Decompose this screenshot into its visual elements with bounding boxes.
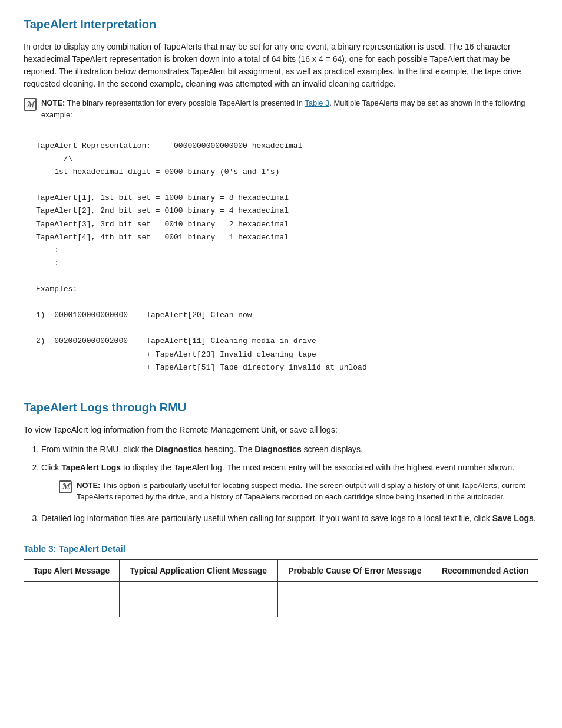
code-block: TapeAlert Representation: 00000000000000… (24, 130, 538, 384)
note1-label: NOTE: (41, 98, 65, 107)
step2: Click TapeAlert Logs to display the Tape… (41, 462, 538, 503)
note2-icon: ℳ (59, 480, 72, 493)
step1-mid: heading. The (204, 444, 252, 454)
section1-title: TapeAlert Interpretation (24, 18, 538, 31)
cell-empty-1 (24, 581, 120, 617)
note2-label: NOTE: (77, 481, 100, 490)
note1-link[interactable]: Table 3 (305, 98, 329, 107)
step1-end: screen displays. (304, 444, 363, 454)
col-header-probable: Probable Cause Of Error Message (277, 559, 432, 581)
step1-text-before: From within the RMU, click the (41, 444, 153, 454)
table-title: Table 3: TapeAlert Detail (24, 543, 538, 554)
note1-icon: ℳ (24, 98, 37, 111)
section2-title: TapeAlert Logs through RMU (24, 401, 538, 414)
col-header-typical: Typical Application Client Message (119, 559, 277, 581)
step3-bold: Save Logs (492, 513, 534, 523)
note1-box: ℳ NOTE: The binary representation for ev… (24, 97, 538, 120)
table-row-empty (24, 581, 538, 617)
note2-text: NOTE: This option is particularly useful… (77, 480, 538, 503)
col-header-recommended: Recommended Action (432, 559, 538, 581)
step2-bold: TapeAlert Logs (61, 463, 121, 472)
step3-end: . (534, 513, 536, 523)
tapealert-table: Tape Alert Message Typical Application C… (24, 559, 538, 617)
step1: From within the RMU, click the Diagnosti… (41, 443, 538, 456)
step2-text-end: to display the TapeAlert log. The most r… (123, 463, 514, 472)
col-header-tape-alert: Tape Alert Message (24, 559, 120, 581)
step1-bold2: Diagnostics (254, 444, 301, 454)
step3: Detailed log information files are parti… (41, 512, 538, 525)
note1-body: The binary representation for every poss… (67, 98, 303, 107)
note2-body: This option is particularly useful for l… (77, 481, 525, 502)
table-header-row: Tape Alert Message Typical Application C… (24, 559, 538, 581)
cell-empty-2 (119, 581, 277, 617)
section2-intro: To view TapeAlert log information from t… (24, 424, 538, 436)
cell-empty-3 (277, 581, 432, 617)
section1-intro: In order to display any combination of T… (24, 41, 538, 90)
step3-text-start: Detailed log information files are parti… (41, 513, 490, 523)
cell-empty-4 (432, 581, 538, 617)
steps-list: From within the RMU, click the Diagnosti… (41, 443, 538, 525)
step2-text-start: Click (41, 463, 59, 472)
note1-text: NOTE: The binary representation for ever… (41, 97, 538, 120)
note2-box: ℳ NOTE: This option is particularly usef… (59, 480, 538, 503)
step1-bold1: Diagnostics (156, 444, 202, 454)
